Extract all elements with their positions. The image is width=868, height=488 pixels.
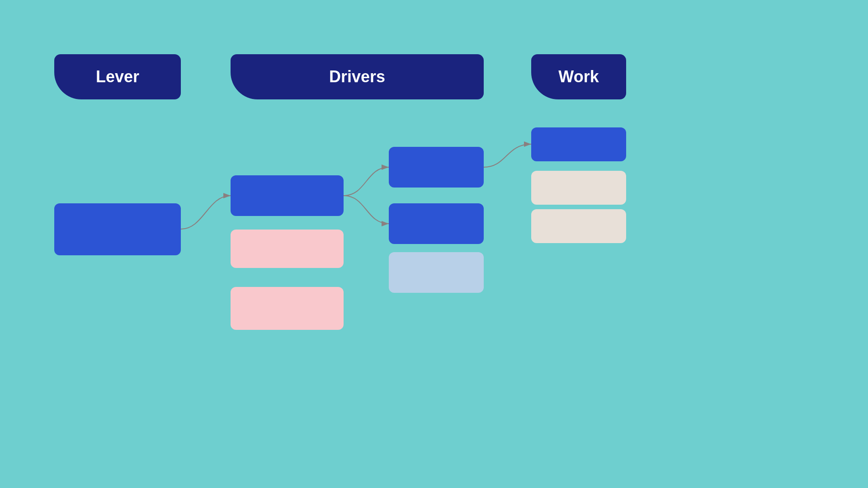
arrow-lever-to-driver1 [181,196,231,229]
driver-right-card-3[interactable] [389,252,484,293]
driver-right-card-2[interactable] [389,203,484,244]
driver-right-card-1[interactable] [389,147,484,188]
arrow-driver1-to-right2 [344,196,389,224]
lever-card-1[interactable] [54,203,181,255]
driver-left-card-1[interactable] [231,175,344,216]
header-lever: Lever [54,54,181,99]
arrow-right1-to-work1 [484,144,531,167]
arrow-driver1-to-right1 [344,167,389,196]
work-card-3[interactable] [531,209,626,243]
header-drivers: Drivers [231,54,484,99]
driver-left-card-3[interactable] [231,287,344,330]
canvas: Lever Drivers Work [0,0,868,488]
work-card-1[interactable] [531,127,626,161]
driver-left-card-2[interactable] [231,230,344,268]
header-work: Work [531,54,626,99]
work-card-2[interactable] [531,171,626,205]
